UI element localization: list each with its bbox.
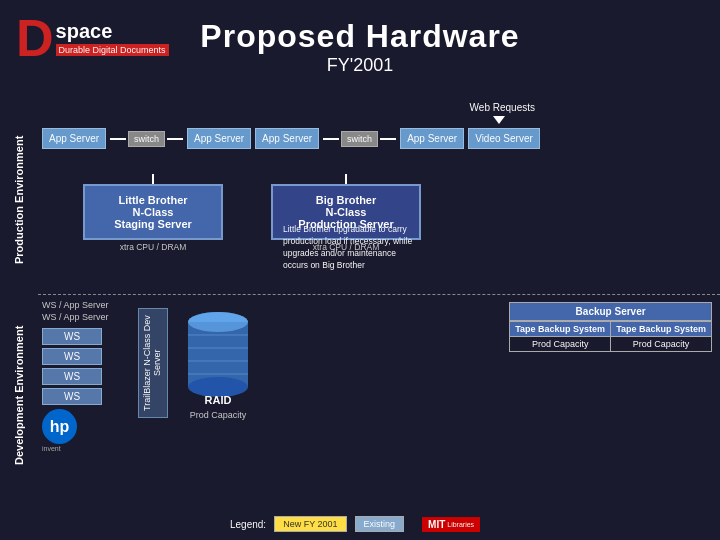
logo-tagline: Durable Digital Documents <box>56 44 169 56</box>
brother-boxes-row: Little Brother N-Class Staging Server xt… <box>83 174 421 252</box>
backup-table: Tape Backup System Tape Backup System Pr… <box>509 321 712 352</box>
dev-section: WS / App Server WS / App Server WS WS WS… <box>38 300 720 540</box>
video-server: Video Server <box>468 128 540 149</box>
upgrade-note: Little Brother upgradable to carry produ… <box>283 224 413 272</box>
invent-label: invent <box>42 445 109 452</box>
raid-area: RAID Prod Capacity <box>183 310 253 420</box>
switch-group-2: switch <box>323 131 396 147</box>
legend-new: New FY 2001 <box>274 516 346 532</box>
trailblazer-box: TrailBlazer N-Class Dev Server <box>138 308 168 418</box>
logo-space: space <box>56 20 169 43</box>
switch-1: switch <box>128 131 165 147</box>
little-brother-group: Little Brother N-Class Staging Server xt… <box>83 174 223 252</box>
logo-d-letter: D <box>16 12 54 64</box>
little-brother-box: Little Brother N-Class Staging Server <box>83 184 223 240</box>
logo: D space Durable Digital Documents <box>16 12 169 64</box>
prod-top-row: App Server switch App Server App Server <box>42 128 720 149</box>
ws-4: WS <box>42 388 102 405</box>
prod-capacity-label: Prod Capacity <box>183 410 253 420</box>
app-server-3: App Server <box>255 128 319 149</box>
mit-logo-area: MIT Libraries <box>422 517 480 532</box>
production-section: Web Requests App Server switch <box>38 100 720 295</box>
env-labels: Production Environment Development Envir… <box>0 100 38 490</box>
content-area: Production Environment Development Envir… <box>0 100 720 540</box>
tape-backup-header-1: Tape Backup System <box>510 322 611 337</box>
ws-app-1: WS / App Server <box>42 300 109 310</box>
raid-cylinder <box>183 310 253 400</box>
tape-backup-header-2: Tape Backup System <box>611 322 712 337</box>
mit-logo: MIT Libraries <box>422 517 480 532</box>
hp-logo: hp <box>42 409 77 444</box>
backup-server-area: Backup Server Tape Backup System Tape Ba… <box>509 302 712 352</box>
app-server-2: App Server <box>187 128 251 149</box>
little-brother-xtra: xtra CPU / DRAM <box>120 242 187 252</box>
ws-2: WS <box>42 348 102 365</box>
web-requests-label: Web Requests <box>470 102 535 113</box>
trailblazer-area: TrailBlazer N-Class Dev Server <box>138 308 168 418</box>
ws-app-2: WS / App Server <box>42 312 109 322</box>
switch-2: switch <box>341 131 378 147</box>
app-server-1: App Server <box>42 128 106 149</box>
ws-3: WS <box>42 368 102 385</box>
hp-logo-area: hp invent <box>42 409 109 452</box>
app-server-4: App Server <box>400 128 464 149</box>
logo-right: space Durable Digital Documents <box>56 20 169 56</box>
web-requests-arrow <box>493 116 505 124</box>
legend-area: Legend: New FY 2001 Existing MIT Librari… <box>230 516 480 532</box>
backup-server-title: Backup Server <box>509 302 712 321</box>
switch-group-1: switch <box>110 131 183 147</box>
legend-existing: Existing <box>355 516 405 532</box>
backup-prod-cap-2: Prod Capacity <box>611 337 712 352</box>
dev-left-panel: WS / App Server WS / App Server WS WS WS… <box>42 300 109 452</box>
slide: D space Durable Digital Documents Propos… <box>0 0 720 540</box>
development-label: Development Environment <box>0 300 38 490</box>
legend-label: Legend: <box>230 519 266 530</box>
ws-1: WS <box>42 328 102 345</box>
backup-prod-cap-1: Prod Capacity <box>510 337 611 352</box>
production-label: Production Environment <box>0 100 38 300</box>
svg-point-3 <box>188 312 248 332</box>
